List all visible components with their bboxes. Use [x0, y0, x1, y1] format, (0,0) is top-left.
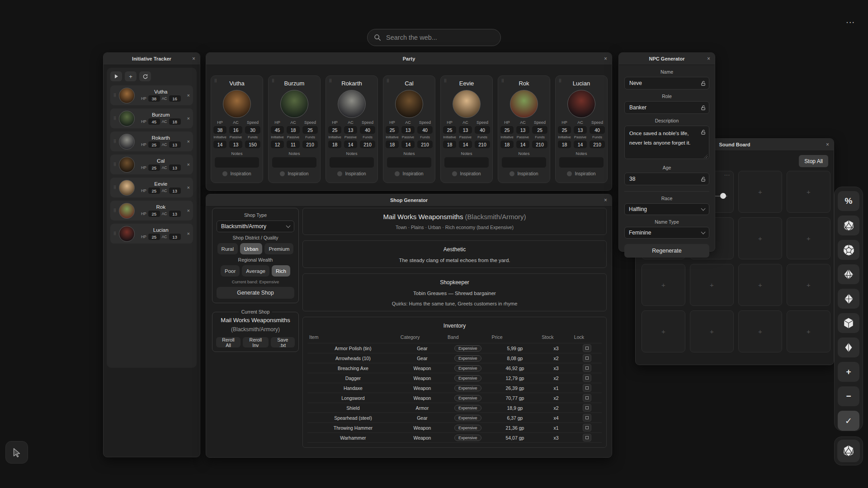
drag-handle-icon[interactable]: ⣿	[113, 94, 116, 97]
ac-value[interactable]: 13	[169, 164, 181, 171]
lock-checkbox[interactable]	[583, 364, 591, 372]
drag-handle-icon[interactable]: ⣿	[559, 79, 561, 83]
name-type-select[interactable]: Feminine	[624, 227, 709, 239]
d100-percent-button[interactable]: %	[838, 191, 859, 211]
remove-combatant-icon[interactable]: ×	[187, 139, 190, 144]
passive-value[interactable]: 14	[459, 141, 472, 148]
shop-generator-titlebar[interactable]: Shop Generator ×	[206, 194, 612, 206]
district-option-rural[interactable]: Rural	[217, 243, 238, 254]
notes-input[interactable]	[387, 157, 431, 168]
passive-value[interactable]: 11	[287, 141, 300, 148]
ac-value[interactable]: 13	[344, 126, 357, 134]
tile-menu-icon[interactable]: ···	[724, 173, 730, 178]
drag-handle-icon[interactable]: ⣿	[387, 79, 389, 83]
remove-combatant-icon[interactable]: ×	[187, 208, 190, 213]
reroll-inventory-button[interactable]: Reroll Inv	[243, 337, 269, 347]
hp-value[interactable]: 25	[148, 141, 160, 148]
npc-age-input[interactable]	[624, 173, 709, 185]
party-member-card[interactable]: ⣿ Rokarth HP AC Speed 25 13 40 Initiativ…	[326, 75, 378, 183]
pointer-tool-button[interactable]	[5, 441, 28, 464]
inspiration-toggle[interactable]	[567, 171, 572, 176]
funds-value[interactable]: 150	[245, 141, 260, 148]
initiative-value[interactable]: 12	[271, 141, 284, 148]
speed-value[interactable]: 40	[360, 126, 375, 134]
lock-icon[interactable]	[700, 80, 706, 86]
d12-button[interactable]	[838, 240, 859, 260]
sound-tile-empty[interactable]: +	[787, 171, 830, 213]
start-initiative-button[interactable]	[110, 71, 122, 81]
initiative-row[interactable]: ⣿ Rokarth HP 25 AC 13 ×	[110, 131, 193, 151]
drag-handle-icon[interactable]: ⣿	[113, 209, 116, 212]
speed-value[interactable]: 40	[475, 126, 490, 134]
funds-value[interactable]: 210	[417, 141, 433, 148]
lock-checkbox[interactable]	[583, 394, 591, 402]
search-input[interactable]	[385, 33, 494, 42]
drag-handle-icon[interactable]: ⣿	[272, 79, 274, 83]
lock-checkbox[interactable]	[583, 434, 591, 441]
initiative-tracker-titlebar[interactable]: Initiative Tracker ×	[104, 53, 200, 65]
close-icon[interactable]: ×	[604, 56, 607, 61]
lock-checkbox[interactable]	[583, 404, 591, 412]
hp-value[interactable]: 25	[148, 188, 160, 194]
initiative-value[interactable]: 14	[213, 141, 226, 148]
sound-tile-empty[interactable]: +	[738, 171, 782, 213]
d8-button[interactable]	[838, 289, 859, 309]
hp-value[interactable]: 25	[386, 126, 399, 134]
npc-description-textarea[interactable]: Once saved a noble's life, never lets an…	[624, 126, 709, 159]
ac-value[interactable]: 13	[169, 188, 181, 194]
ac-value[interactable]: 16	[169, 95, 181, 102]
funds-value[interactable]: 210	[532, 141, 547, 148]
party-titlebar[interactable]: Party ×	[206, 53, 612, 65]
wealth-option-rich[interactable]: Rich	[272, 265, 290, 277]
inspiration-toggle[interactable]	[452, 171, 457, 176]
close-icon[interactable]: ×	[192, 56, 195, 61]
wealth-option-average[interactable]: Average	[242, 265, 269, 277]
sound-tile-empty[interactable]: +	[642, 310, 685, 352]
sound-tile-empty[interactable]: +	[787, 217, 830, 259]
hp-value[interactable]: 45	[148, 118, 160, 125]
remove-combatant-icon[interactable]: ×	[187, 162, 190, 167]
notes-input[interactable]	[502, 157, 546, 168]
drag-handle-icon[interactable]: ⣿	[329, 79, 332, 83]
web-search-bar[interactable]	[367, 29, 501, 46]
npc-name-input[interactable]	[624, 77, 709, 89]
confirm-roll-button[interactable]: ✓	[838, 411, 859, 431]
lock-checkbox[interactable]	[583, 384, 591, 392]
hp-value[interactable]: 25	[148, 164, 160, 171]
inspiration-toggle[interactable]	[337, 171, 342, 176]
hp-value[interactable]: 25	[148, 211, 160, 217]
party-member-card[interactable]: ⣿ Rok HP AC Speed 25 13 25 Initiative Pa…	[498, 75, 550, 183]
party-member-card[interactable]: ⣿ Burzum HP AC Speed 45 18 25 Initiative…	[268, 75, 321, 183]
close-icon[interactable]: ×	[604, 197, 607, 203]
funds-value[interactable]: 210	[360, 141, 375, 148]
party-member-card[interactable]: ⣿ Vutha HP AC Speed 38 16 30 Initiative …	[211, 75, 263, 183]
initiative-value[interactable]: 18	[443, 141, 456, 148]
sound-tile-empty[interactable]: +	[738, 217, 782, 259]
initiative-value[interactable]: 18	[386, 141, 399, 148]
ac-value[interactable]: 18	[169, 118, 181, 125]
drag-handle-icon[interactable]: ⣿	[113, 232, 116, 235]
ac-value[interactable]: 13	[574, 126, 587, 134]
hp-value[interactable]: 25	[443, 126, 456, 134]
lock-checkbox[interactable]	[583, 354, 591, 362]
ac-value[interactable]: 13	[459, 126, 472, 134]
remove-combatant-icon[interactable]: ×	[187, 231, 190, 236]
sound-tile-empty[interactable]: +	[787, 264, 830, 306]
party-member-card[interactable]: ⣿ Cal HP AC Speed 25 13 40 Initiative Pa…	[383, 75, 435, 183]
lock-icon[interactable]	[700, 105, 706, 111]
save-txt-button[interactable]: Save .txt	[271, 337, 295, 347]
passive-value[interactable]: 13	[229, 141, 242, 148]
ac-value[interactable]: 13	[169, 211, 181, 217]
funds-value[interactable]: 210	[475, 141, 490, 148]
initiative-value[interactable]: 18	[558, 141, 571, 148]
party-member-card[interactable]: ⣿ Eevie HP AC Speed 25 13 40 Initiative …	[440, 75, 493, 183]
notes-input[interactable]	[330, 157, 374, 168]
hp-value[interactable]: 25	[328, 126, 341, 134]
overflow-menu-button[interactable]: ···	[846, 19, 855, 26]
speed-value[interactable]: 25	[532, 126, 547, 134]
hp-value[interactable]: 25	[500, 126, 514, 134]
initiative-row[interactable]: ⣿ Cal HP 25 AC 13 ×	[110, 155, 193, 174]
sound-tile-empty[interactable]: +	[738, 310, 782, 352]
ac-value[interactable]: 16	[229, 126, 242, 134]
reset-initiative-button[interactable]	[139, 71, 151, 81]
